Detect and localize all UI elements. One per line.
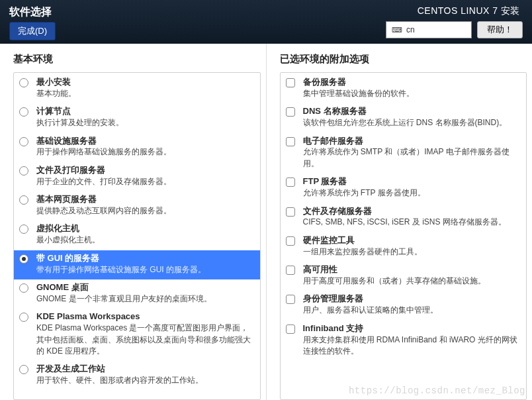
checkbox-icon: [286, 325, 295, 334]
checkbox-icon: [286, 107, 295, 117]
env-option[interactable]: KDE Plasma WorkspacesKDE Plasma Workspac…: [14, 309, 260, 361]
addon-option-title: 高可用性: [303, 264, 520, 275]
radio-icon: [19, 254, 28, 264]
header-bar: 软件选择 完成(D) CENTOS LINUX 7 安装 ⌨ cn 帮助！: [0, 0, 532, 44]
env-option-title: 最小安装: [36, 77, 253, 88]
env-option-desc: 用于操作网络基础设施服务的服务器。: [36, 146, 253, 158]
env-option-desc: 用于企业的文件、打印及存储服务器。: [36, 176, 253, 187]
env-option-desc: 最小虚拟化主机。: [36, 234, 253, 246]
addon-option-desc: 该软件包组允许您在系统上运行 DNS 名称服务器(BIND)。: [303, 117, 520, 128]
addon-option-desc: 允许将系统作为 SMTP 和（或者）IMAP 电子邮件服务器使用。: [303, 146, 520, 170]
checkbox-icon: [286, 207, 295, 217]
env-option-title: GNOME 桌面: [36, 282, 253, 293]
env-option-title: 文件及打印服务器: [36, 165, 253, 176]
addon-option-desc: 集中管理基础设施备份的软件。: [303, 88, 520, 99]
addon-option[interactable]: 备份服务器集中管理基础设施备份的软件。: [281, 74, 527, 103]
addon-option-title: 硬件监控工具: [303, 235, 520, 246]
radio-icon: [19, 283, 28, 293]
installer-title: CENTOS LINUX 7 安装: [418, 5, 523, 17]
env-option[interactable]: GNOME 桌面GNOME 是一个非常直观且用户友好的桌面环境。: [14, 279, 260, 309]
checkbox-icon: [286, 137, 295, 146]
env-option-desc: GNOME 是一个非常直观且用户友好的桌面环境。: [36, 293, 253, 305]
env-option-title: KDE Plasma Workspaces: [36, 311, 253, 323]
addons-panel: 已选环境的附加选项 备份服务器集中管理基础设施备份的软件。DNS 名称服务器该软…: [266, 44, 533, 400]
addon-option[interactable]: 硬件监控工具一组用来监控服务器硬件的工具。: [281, 232, 527, 262]
help-button[interactable]: 帮助！: [477, 21, 523, 38]
base-env-list[interactable]: 最小安装基本功能。计算节点执行计算及处理的安装。基础设施服务器用于操作网络基础设…: [13, 72, 261, 400]
env-option-desc: KDE Plasma Workspaces 是一个高度可配置图形用户界面，其中包…: [36, 323, 253, 357]
env-option-desc: 带有用于操作网络基础设施服务 GUI 的服务器。: [36, 264, 253, 275]
base-environment-panel: 基本环境 最小安装基本功能。计算节点执行计算及处理的安装。基础设施服务器用于操作…: [0, 44, 266, 400]
addon-option-desc: 用于高度可用服务和（或者）共享存储的基础设施。: [303, 275, 520, 287]
checkbox-icon: [286, 295, 295, 304]
env-option-title: 开发及生成工作站: [36, 364, 253, 375]
addon-option-desc: CIFS, SMB, NFS, iSCSI, iSER 及 iSNS 网络存储服…: [303, 217, 520, 228]
addon-option-desc: 一组用来监控服务器硬件的工具。: [303, 246, 520, 258]
env-option-desc: 基本功能。: [36, 88, 253, 99]
addons-list[interactable]: 备份服务器集中管理基础设施备份的软件。DNS 名称服务器该软件包组允许您在系统上…: [280, 72, 527, 400]
env-option[interactable]: 最小安装基本功能。: [14, 74, 260, 103]
addon-option-title: 身份管理服务器: [303, 293, 520, 305]
env-option-title: 计算节点: [36, 106, 253, 117]
addon-option-title: Infiniband 支持: [303, 323, 520, 334]
env-option-title: 基本网页服务器: [36, 194, 253, 205]
addon-option-title: 备份服务器: [303, 77, 520, 88]
env-option-desc: 提供静态及动态互联网内容的服务器。: [36, 205, 253, 217]
env-option[interactable]: 基本网页服务器提供静态及动态互联网内容的服务器。: [14, 191, 260, 221]
addon-option-title: FTP 服务器: [303, 176, 520, 187]
checkbox-icon: [286, 266, 295, 275]
env-option[interactable]: 带 GUI 的服务器带有用于操作网络基础设施服务 GUI 的服务器。: [14, 250, 260, 279]
keyboard-icon: ⌨: [392, 26, 402, 34]
radio-icon: [19, 107, 28, 117]
addon-option[interactable]: 身份管理服务器用户、服务器和认证策略的集中管理。: [281, 291, 527, 320]
done-button[interactable]: 完成(D): [9, 22, 56, 40]
checkbox-icon: [286, 236, 295, 246]
base-env-title: 基本环境: [13, 53, 261, 66]
addon-option-title: DNS 名称服务器: [303, 106, 520, 117]
env-option[interactable]: 基础设施服务器用于操作网络基础设施服务的服务器。: [14, 133, 260, 162]
addons-title: 已选环境的附加选项: [280, 53, 527, 66]
addon-option-desc: 用来支持集群和使用 RDMA InfiniBand 和 iWARO 光纤的网状连…: [303, 334, 520, 358]
keyboard-layout-code: cn: [406, 25, 415, 34]
env-option[interactable]: 文件及打印服务器用于企业的文件、打印及存储服务器。: [14, 162, 260, 191]
env-option[interactable]: 虚拟化主机最小虚拟化主机。: [14, 221, 260, 250]
radio-icon: [19, 313, 28, 322]
keyboard-layout-selector[interactable]: ⌨ cn: [386, 21, 472, 38]
env-option-title: 带 GUI 的服务器: [36, 253, 253, 264]
env-option[interactable]: 开发及生成工作站用于软件、硬件、图形或者内容开发的工作站。: [14, 361, 260, 390]
env-option-title: 基础设施服务器: [36, 136, 253, 147]
checkbox-icon: [286, 78, 295, 87]
addon-option[interactable]: FTP 服务器允许将系统作为 FTP 服务器使用。: [281, 174, 527, 203]
main-content: 基本环境 最小安装基本功能。计算节点执行计算及处理的安装。基础设施服务器用于操作…: [0, 44, 532, 400]
env-option-title: 虚拟化主机: [36, 223, 253, 234]
page-title: 软件选择: [9, 5, 56, 19]
addon-option[interactable]: 高可用性用于高度可用服务和（或者）共享存储的基础设施。: [281, 262, 527, 291]
radio-icon: [19, 225, 28, 234]
checkbox-icon: [286, 177, 295, 187]
env-option-desc: 用于软件、硬件、图形或者内容开发的工作站。: [36, 375, 253, 386]
radio-icon: [19, 78, 28, 87]
addon-option-desc: 用户、服务器和认证策略的集中管理。: [303, 305, 520, 316]
addon-option[interactable]: 电子邮件服务器允许将系统作为 SMTP 和（或者）IMAP 电子邮件服务器使用。: [281, 133, 527, 174]
radio-icon: [19, 137, 28, 146]
env-option[interactable]: 计算节点执行计算及处理的安装。: [14, 103, 260, 132]
radio-icon: [19, 195, 28, 205]
addon-option-title: 电子邮件服务器: [303, 136, 520, 147]
addon-option[interactable]: DNS 名称服务器该软件包组允许您在系统上运行 DNS 名称服务器(BIND)。: [281, 103, 527, 132]
addon-option-desc: 允许将系统作为 FTP 服务器使用。: [303, 187, 520, 199]
addon-option-title: 文件及存储服务器: [303, 206, 520, 217]
env-option-desc: 执行计算及处理的安装。: [36, 117, 253, 128]
radio-icon: [19, 166, 28, 175]
addon-option[interactable]: Infiniband 支持用来支持集群和使用 RDMA InfiniBand 和…: [281, 321, 527, 362]
radio-icon: [19, 365, 28, 374]
addon-option[interactable]: 文件及存储服务器CIFS, SMB, NFS, iSCSI, iSER 及 iS…: [281, 203, 527, 232]
